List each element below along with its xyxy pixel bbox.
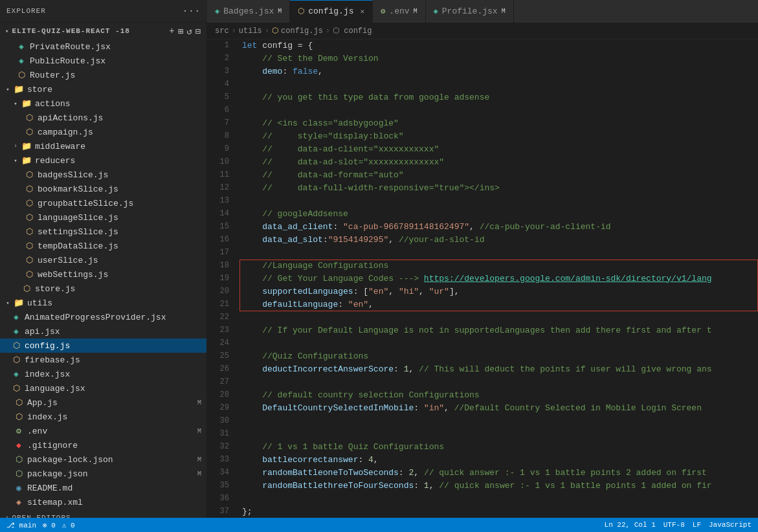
refresh-icon[interactable]: ↺: [186, 26, 192, 37]
chevron-down-icon: ▾: [3, 86, 13, 93]
tab-profile[interactable]: ◈ Profile.jsx M: [426, 0, 514, 23]
breadcrumb-file-icon: ⬡: [272, 26, 278, 36]
tree-item-animatedprogress[interactable]: ◈ AnimatedProgressProvider.jsx: [0, 310, 206, 324]
tree-item-env-file[interactable]: ⚙ .env M: [0, 424, 206, 438]
status-left: ⎇ main ⊗ 0 ⚠ 0: [6, 521, 75, 529]
tab-badges[interactable]: ◈ Badges.jsx M: [207, 0, 290, 23]
tree-folder-reducers[interactable]: ▾ 📁 reducers: [0, 153, 206, 168]
git-branch[interactable]: ⎇ main: [6, 521, 36, 529]
collapse-icon[interactable]: ⊟: [195, 26, 201, 37]
tree-label: PublicRoute.jsx: [30, 56, 206, 66]
app-container: Explorer ··· ◈ Badges.jsx M ⬡ config.js …: [0, 0, 758, 532]
tab-profile-label: Profile.jsx: [442, 6, 498, 16]
tree-item-index-jsx[interactable]: ◈ index.jsx: [0, 367, 206, 381]
editor-area: src › utils › ⬡ config.js › ⬡ config 123…: [207, 23, 758, 518]
new-folder-icon[interactable]: ⊞: [178, 26, 184, 37]
code-line-17: [240, 247, 758, 260]
tree-item-settingsslice[interactable]: ⬡ settingsSlice.js: [0, 225, 206, 239]
code-line-29: DefaultCountrySelectedInMobile: "in", //…: [240, 402, 758, 415]
code-line-12: // data-full-width-responsive="true"></i…: [240, 182, 758, 195]
encoding[interactable]: UTF-8: [663, 521, 685, 529]
tab-env[interactable]: ⚙ .env M: [373, 0, 425, 23]
line-ending[interactable]: LF: [693, 521, 701, 529]
tree-label: App.js: [27, 398, 58, 408]
code-line-21: defaultLanguage: "en",: [240, 298, 758, 311]
tree-folder-middleware[interactable]: › 📁 middleware: [0, 139, 206, 153]
code-line-11: // data-ad-format="auto": [240, 169, 758, 182]
tree-item-firebase[interactable]: ⬡ firebase.js: [0, 353, 206, 367]
tree-item-userslice[interactable]: ⬡ userSlice.js: [0, 253, 206, 267]
tree-label: AnimatedProgressProvider.jsx: [25, 313, 206, 322]
tree-label: groupbattleSlice.js: [38, 199, 206, 208]
tree-item-badgesslice[interactable]: ⬡ badgesSlice.js: [0, 168, 206, 182]
tree-item-readme[interactable]: ◉ README.md: [0, 481, 206, 495]
tree-label: package.json: [27, 469, 88, 479]
js-file-icon: ⬡: [23, 198, 35, 208]
tree-label: reducers: [35, 156, 206, 166]
tree-item-package-lock[interactable]: ⬡ package-lock.json M: [0, 452, 206, 467]
tree-label: actions: [35, 99, 206, 109]
project-header[interactable]: ▾ ELITE-QUIZ-WEB-REACT -18 + ⊞ ↺ ⊟: [0, 23, 206, 39]
breadcrumb-src: src: [215, 27, 229, 36]
tree-item-gitignore[interactable]: ◆ .gitignore: [0, 438, 206, 452]
cursor-position[interactable]: Ln 22, Col 1: [605, 521, 656, 529]
tree-folder-store[interactable]: ▾ 📁 store: [0, 82, 206, 96]
tree-item-languageslice[interactable]: ⬡ languageSlice.js: [0, 210, 206, 225]
folder-icon: 📁: [21, 141, 32, 151]
tree-folder-utils[interactable]: ▾ 📁 utils: [0, 296, 206, 310]
tree-item-campaign[interactable]: ⬡ campaign.js: [0, 125, 206, 139]
tree-label: package-lock.json: [27, 455, 113, 465]
editor-content[interactable]: 12345 678910 1112131415 1617181920 21222…: [207, 39, 758, 518]
js-file-icon: ⬡: [13, 397, 25, 408]
tab-env-label: .env: [389, 6, 409, 16]
tree-label: middleware: [35, 142, 206, 151]
gitignore-icon: ◆: [13, 440, 25, 450]
tree-label: README.md: [27, 483, 72, 493]
errors-count[interactable]: ⊗ 0: [43, 521, 56, 529]
js-file-icon: ⬡: [23, 227, 35, 237]
jsx-file-icon: ◈: [16, 41, 27, 52]
folder-icon: 📁: [13, 298, 25, 308]
tree-item-privateroute[interactable]: ◈ PrivateRoute.jsx: [0, 39, 206, 54]
tree-item-router[interactable]: ⬡ Router.js: [0, 68, 206, 82]
tree-item-index-js[interactable]: ⬡ index.js: [0, 410, 206, 424]
tree-folder-actions[interactable]: ▾ 📁 actions: [0, 96, 206, 111]
code-line-8: // style="display:block": [240, 130, 758, 143]
tab-config[interactable]: ⬡ config.js ✕: [290, 0, 373, 23]
close-icon[interactable]: ✕: [360, 7, 364, 16]
tree-item-api[interactable]: ◈ api.jsx: [0, 324, 206, 338]
more-icon[interactable]: ···: [183, 6, 201, 16]
project-name: ELITE-QUIZ-WEB-REACT -18: [12, 27, 129, 35]
chevron-down-icon: ▾: [10, 157, 21, 164]
folder-icon: 📁: [21, 98, 32, 109]
tree-item-groupbattleslice[interactable]: ⬡ groupbattleSlice.js: [0, 196, 206, 210]
tree-item-publicroute[interactable]: ◈ PublicRoute.jsx: [0, 54, 206, 68]
tree-item-language[interactable]: ⬡ language.jsx: [0, 381, 206, 395]
xml-icon: ◈: [13, 497, 25, 507]
tree-item-package-json[interactable]: ⬡ package.json M: [0, 467, 206, 481]
breadcrumb-symbol: ⬡ config: [333, 26, 372, 36]
open-editors-section[interactable]: › Open Editors: [0, 509, 206, 518]
tree-label: config.js: [25, 341, 206, 351]
tree-item-sitemap[interactable]: ◈ sitemap.xml: [0, 495, 206, 509]
code-line-16: data_ad_slot:"9154149295", //your-ad-slo…: [240, 234, 758, 247]
chevron-down-icon: ▾: [3, 300, 13, 307]
tree-item-config-js[interactable]: ⬡ config.js: [0, 338, 206, 353]
folder-icon: 📁: [13, 84, 25, 94]
js-icon: ⬡: [298, 6, 304, 16]
tree-item-store-js[interactable]: ⬡ store.js: [0, 282, 206, 296]
tree-item-tempdataslice[interactable]: ⬡ tempDataSlice.js: [0, 239, 206, 253]
tree-item-apiactions[interactable]: ⬡ apiActions.js: [0, 111, 206, 125]
code-line-24: [240, 337, 758, 350]
folder-icon: 📁: [21, 155, 32, 166]
tree-item-bookmarkslice[interactable]: ⬡ bookmarkSlice.js: [0, 182, 206, 196]
new-file-icon[interactable]: +: [169, 26, 175, 37]
language-mode[interactable]: JavaScript: [709, 521, 752, 529]
js-file-icon: ⬡: [23, 212, 35, 223]
tab-badges-label: Badges.jsx: [223, 6, 274, 16]
tree-item-websettings[interactable]: ⬡ webSettings.js: [0, 267, 206, 282]
tree-item-app-js[interactable]: ⬡ App.js M: [0, 395, 206, 410]
tree-label: .gitignore: [27, 441, 78, 450]
explorer-title: Explorer: [6, 7, 46, 15]
warnings-count[interactable]: ⚠ 0: [62, 521, 75, 529]
